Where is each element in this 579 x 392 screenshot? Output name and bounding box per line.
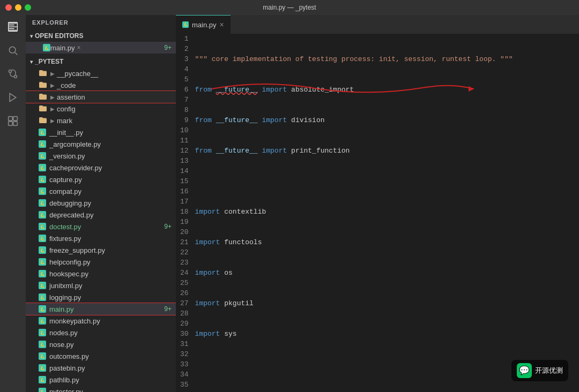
- outcomes-py-label: outcomes.py: [49, 352, 89, 360]
- folder-icon-assertion: [39, 93, 47, 101]
- fixtures-py-icon: 🐍: [39, 235, 46, 242]
- source-control-activity-icon[interactable]: [5, 66, 20, 81]
- config-arrow: ▶: [50, 106, 55, 112]
- pathlib-py-icon: 🐍: [39, 376, 46, 383]
- mark-folder[interactable]: ▶ mark: [26, 115, 176, 126]
- code-content[interactable]: """ core implementation of testing proce…: [195, 34, 579, 392]
- pytester-py-file[interactable]: 🐍 pytester.py: [26, 386, 176, 392]
- fixtures-py-file[interactable]: 🐍 fixtures.py: [26, 232, 176, 244]
- cacheprovider-py-file[interactable]: 🐍 cacheprovider.py: [26, 162, 176, 174]
- code-line-4: from __future__ import print_function: [195, 146, 570, 156]
- code-area[interactable]: 12345 678910 1112131415 1617181920 21222…: [176, 34, 579, 392]
- open-editor-filename: main.py: [50, 44, 75, 52]
- deprecated-py-file[interactable]: 🐍 deprecated.py: [26, 209, 176, 221]
- svg-rect-6: [9, 117, 13, 121]
- pytest-folder-header[interactable]: ▾ _PYTEST: [26, 56, 176, 67]
- monkeypatch-py-file[interactable]: 🐍 monkeypatch.py: [26, 315, 176, 327]
- cacheprovider-py-label: cacheprovider.py: [49, 164, 102, 172]
- mark-arrow: ▶: [50, 118, 55, 124]
- doctest-py-file[interactable]: 🐍 doctest.py 9+: [26, 221, 176, 232]
- extensions-activity-icon[interactable]: [5, 114, 20, 129]
- compat-py-file[interactable]: 🐍 compat.py: [26, 185, 176, 197]
- argcomplete-py-file[interactable]: 🐍 _argcomplete.py: [26, 138, 176, 150]
- main-layout: EXPLORER ▾ OPEN EDITORS 🐍 main.py × 9+ ▾…: [0, 15, 579, 392]
- open-editors-label: OPEN EDITORS: [35, 32, 83, 40]
- freeze-py-file[interactable]: 🐍 freeze_support.py: [26, 244, 176, 256]
- sidebar: EXPLORER ▾ OPEN EDITORS 🐍 main.py × 9+ ▾…: [26, 15, 176, 392]
- pycache-folder[interactable]: ▶ __pycache__: [26, 67, 176, 79]
- nodes-py-label: nodes.py: [49, 329, 78, 337]
- code-folder[interactable]: ▶ _code: [26, 79, 176, 91]
- code-label: _code: [57, 81, 76, 89]
- logging-py-file[interactable]: 🐍 logging.py: [26, 291, 176, 303]
- debug-activity-icon[interactable]: [5, 90, 20, 105]
- code-line-1: """ core implementation of testing proce…: [195, 54, 570, 64]
- folder-icon: [39, 69, 47, 78]
- hookspec-py-icon: 🐍: [39, 270, 46, 277]
- deprecated-py-label: deprecated.py: [49, 211, 93, 219]
- outcomes-py-file[interactable]: 🐍 outcomes.py: [26, 350, 176, 362]
- debugging-py-file[interactable]: 🐍 debugging.py: [26, 197, 176, 209]
- search-activity-icon[interactable]: [5, 43, 20, 58]
- capture-py-label: capture.py: [49, 176, 82, 184]
- debugging-py-label: debugging.py: [49, 199, 91, 207]
- nose-py-file[interactable]: 🐍 nose.py: [26, 338, 176, 350]
- open-editors-header[interactable]: ▾ OPEN EDITORS: [26, 30, 176, 42]
- pytester-py-label: pytester.py: [49, 388, 83, 393]
- code-arrow: ▶: [50, 82, 55, 88]
- nodes-py-icon: 🐍: [39, 329, 46, 336]
- debugging-py-icon: 🐍: [39, 199, 46, 207]
- code-line-9: import pkgutil: [195, 298, 570, 308]
- tab-close-icon[interactable]: ×: [220, 20, 224, 29]
- monkeypatch-py-label: monkeypatch.py: [49, 317, 100, 325]
- config-folder[interactable]: ▶ config: [26, 103, 176, 115]
- argcomplete-py-icon: 🐍: [39, 140, 46, 148]
- folder-icon-code: [39, 81, 47, 89]
- open-editors-section: ▾ OPEN EDITORS 🐍 main.py × 9+: [26, 30, 176, 54]
- titlebar: main.py — _pytest: [0, 0, 579, 15]
- hookspec-py-file[interactable]: 🐍 hookspec.py: [26, 268, 176, 280]
- code-line-5: [195, 176, 570, 186]
- nodes-py-file[interactable]: 🐍 nodes.py: [26, 327, 176, 338]
- tab-bar: 🐍 main.py ×: [176, 15, 579, 34]
- maximize-button[interactable]: [25, 4, 31, 11]
- line-text: """ core implementation of testing proce…: [195, 54, 513, 64]
- svg-rect-9: [13, 122, 18, 126]
- version-py-file[interactable]: 🐍 _version.py: [26, 150, 176, 162]
- window-controls[interactable]: [5, 4, 31, 11]
- version-py-label: _version.py: [49, 152, 85, 160]
- helpconfig-py-file[interactable]: 🐍 helpconfig.py: [26, 256, 176, 268]
- tab-py-icon: 🐍: [182, 21, 189, 28]
- main-py-tab[interactable]: 🐍 main.py ×: [176, 15, 231, 34]
- activity-bar: [0, 15, 26, 392]
- init-py-file[interactable]: 🐍 __init__.py: [26, 126, 176, 138]
- main-py-file[interactable]: 🐍 main.py 9+: [26, 303, 176, 315]
- doctest-py-icon: 🐍: [39, 223, 46, 230]
- folder-icon-mark: [39, 116, 47, 125]
- pathlib-py-file[interactable]: 🐍 pathlib.py: [26, 374, 176, 386]
- explorer-activity-icon[interactable]: [5, 19, 20, 34]
- fixtures-py-label: fixtures.py: [49, 235, 81, 243]
- helpconfig-py-icon: 🐍: [39, 258, 46, 266]
- assertion-folder[interactable]: ▶ assertion: [26, 91, 176, 103]
- window-title: main.py — _pytest: [263, 4, 316, 11]
- code-line-8: import os: [195, 268, 570, 278]
- close-editor-icon[interactable]: ×: [77, 44, 81, 51]
- monkeypatch-py-icon: 🐍: [39, 317, 46, 325]
- svg-marker-10: [469, 86, 474, 92]
- junitxml-py-file[interactable]: 🐍 junitxml.py: [26, 280, 176, 291]
- pastebin-py-icon: 🐍: [39, 364, 46, 372]
- open-editor-main-py[interactable]: 🐍 main.py × 9+: [26, 42, 176, 54]
- capture-py-file[interactable]: 🐍 capture.py: [26, 174, 176, 185]
- code-line-2: from __future__ import absolute_import: [195, 85, 570, 95]
- pastebin-py-file[interactable]: 🐍 pastebin.py: [26, 362, 176, 374]
- py-file-icon: 🐍: [43, 44, 50, 51]
- svg-line-2: [15, 52, 17, 55]
- minimize-button[interactable]: [15, 4, 21, 11]
- close-button[interactable]: [5, 4, 12, 11]
- deprecated-py-icon: 🐍: [39, 211, 46, 218]
- nose-py-icon: 🐍: [39, 341, 46, 348]
- code-line-6: import contextlib: [195, 207, 570, 217]
- code-line-12: import attr: [195, 390, 570, 392]
- pastebin-py-label: pastebin.py: [49, 364, 85, 372]
